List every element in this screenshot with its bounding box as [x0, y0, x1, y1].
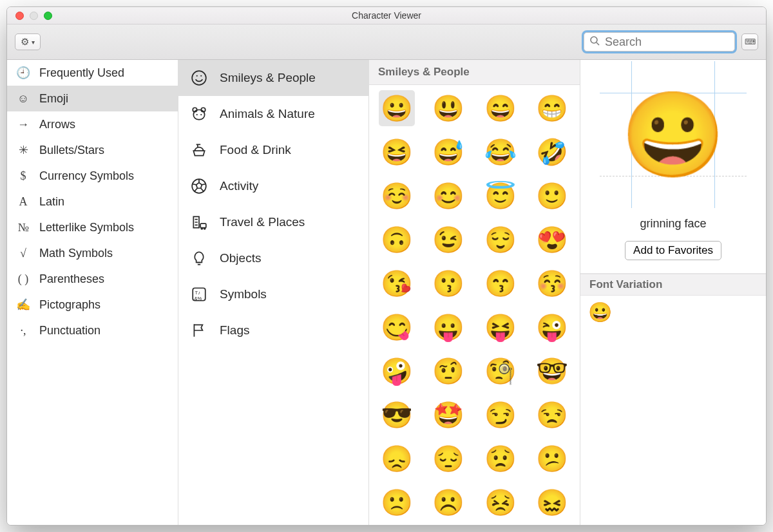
category-label: Parentheses	[39, 272, 104, 286]
character-cell[interactable]: 😎	[379, 397, 415, 433]
character-cell[interactable]: 🤣	[534, 134, 570, 170]
category-item[interactable]: №Letterlike Symbols	[7, 214, 178, 240]
character-cell[interactable]: 🤩	[430, 397, 466, 433]
subcategory-label: Objects	[220, 251, 261, 265]
category-item[interactable]: $Currency Symbols	[7, 163, 178, 189]
character-cell[interactable]: 😒	[534, 397, 570, 433]
gear-icon: ⚙	[21, 36, 29, 48]
category-item[interactable]: 🕘Frequently Used	[7, 60, 178, 86]
character-cell[interactable]: 😖	[534, 484, 570, 520]
character-cell[interactable]: 😇	[482, 178, 519, 214]
subcategory-item[interactable]: Smileys & People	[178, 60, 368, 96]
category-icon: √	[16, 247, 30, 260]
character-cell[interactable]: 🤪	[379, 353, 415, 389]
category-item[interactable]: ALatin	[7, 189, 178, 214]
character-cell[interactable]: 😉	[430, 222, 466, 258]
detail-panel: 😀 grinning face Add to Favorites Font Va…	[580, 60, 766, 525]
symbols-icon: T♪&%	[190, 286, 208, 303]
grid-header: Smileys & People	[369, 60, 580, 85]
keyboard-viewer-button[interactable]: ⌨	[741, 33, 758, 50]
character-cell[interactable]: 😙	[482, 265, 519, 301]
character-cell[interactable]: 😋	[379, 309, 415, 345]
character-cell[interactable]: 🙂	[534, 178, 570, 214]
settings-menu-button[interactable]: ⚙ ▾	[15, 33, 41, 50]
maximize-icon[interactable]	[44, 12, 52, 20]
character-cell[interactable]: 🤨	[430, 353, 466, 389]
character-cell[interactable]: 😌	[482, 222, 519, 258]
character-cell[interactable]: 😆	[379, 134, 415, 170]
subcategory-item[interactable]: Travel & Places	[178, 204, 368, 240]
chevron-down-icon: ▾	[32, 39, 35, 46]
character-viewer-window: Character Viewer ⚙ ▾ ⌨ 🕘Frequently Used☺…	[6, 6, 767, 526]
subcategory-item[interactable]: Animals & Nature	[178, 96, 368, 132]
character-cell[interactable]: 😃	[430, 90, 466, 126]
subcategory-label: Flags	[220, 323, 249, 337]
character-cell[interactable]: 😀	[379, 90, 415, 126]
subcategory-item[interactable]: Activity	[178, 168, 368, 204]
category-label: Emoji	[39, 92, 68, 106]
character-cell[interactable]: 🙁	[379, 484, 415, 520]
svg-point-9	[200, 114, 202, 115]
character-cell[interactable]: 😟	[482, 441, 519, 477]
character-cell[interactable]: 😚	[534, 265, 570, 301]
subcategory-item[interactable]: Flags	[178, 312, 368, 348]
character-cell[interactable]: 😏	[482, 397, 519, 433]
svg-text:T♪: T♪	[195, 290, 200, 296]
svg-text:&%: &%	[194, 296, 202, 301]
character-cell[interactable]: 😁	[534, 90, 570, 126]
character-cell[interactable]: 🤓	[534, 353, 570, 389]
search-field[interactable]	[584, 32, 735, 52]
search-input[interactable]	[604, 35, 729, 50]
subcategory-label: Activity	[220, 179, 258, 193]
character-cell[interactable]: 😣	[482, 484, 519, 520]
character-cell[interactable]: 🧐	[482, 353, 519, 389]
category-sidebar: 🕘Frequently Used☺Emoji→Arrows✳Bullets/St…	[7, 60, 178, 525]
category-icon: ( )	[16, 272, 30, 286]
character-cell[interactable]: ☺️	[379, 178, 415, 214]
character-cell[interactable]: 🙃	[379, 222, 415, 258]
toolbar: ⚙ ▾ ⌨	[7, 24, 766, 60]
food-icon	[190, 142, 208, 158]
category-icon: ✳	[16, 143, 30, 157]
category-label: Latin	[39, 195, 64, 209]
close-icon[interactable]	[15, 12, 24, 20]
category-item[interactable]: ✍Pictographs	[7, 292, 178, 318]
category-icon: №	[16, 221, 30, 234]
character-cell[interactable]: 😘	[379, 265, 415, 301]
character-cell[interactable]: 😄	[482, 90, 519, 126]
font-variation-header: Font Variation	[580, 274, 766, 296]
character-cell[interactable]: 😛	[430, 309, 466, 345]
character-cell[interactable]: 😕	[534, 441, 570, 477]
category-item[interactable]: √Math Symbols	[7, 240, 178, 266]
category-label: Frequently Used	[39, 66, 124, 80]
character-name: grinning face	[640, 217, 706, 231]
add-to-favorites-button[interactable]: Add to Favorites	[625, 241, 721, 260]
travel-icon	[190, 214, 208, 231]
svg-point-14	[201, 228, 202, 229]
svg-point-8	[196, 114, 198, 115]
category-item[interactable]: ∙,Punctuation	[7, 318, 178, 343]
character-cell[interactable]: 😗	[430, 265, 466, 301]
character-cell[interactable]: 😍	[534, 222, 570, 258]
character-cell[interactable]: 😞	[379, 441, 415, 477]
character-cell[interactable]: 😊	[430, 178, 466, 214]
character-cell[interactable]: 😂	[482, 134, 519, 170]
category-item[interactable]: ✳Bullets/Stars	[7, 137, 178, 163]
character-cell[interactable]: 😝	[482, 309, 519, 345]
character-cell[interactable]: 😜	[534, 309, 570, 345]
character-cell[interactable]: ☹️	[430, 484, 466, 520]
ball-icon	[190, 178, 208, 195]
subcategory-item[interactable]: Food & Drink	[178, 132, 368, 168]
font-variation-item[interactable]: 😀	[588, 301, 612, 323]
category-item[interactable]: →Arrows	[7, 111, 178, 137]
category-icon: 🕘	[16, 66, 30, 80]
preview-box: 😀	[611, 73, 735, 196]
character-cell[interactable]: 😅	[430, 134, 466, 170]
character-cell[interactable]: 😔	[430, 441, 466, 477]
category-item[interactable]: ( )Parentheses	[7, 266, 178, 292]
svg-rect-13	[200, 223, 206, 228]
category-item[interactable]: ☺Emoji	[7, 86, 178, 111]
subcategory-item[interactable]: Objects	[178, 240, 368, 276]
keyboard-icon: ⌨	[745, 37, 756, 46]
subcategory-item[interactable]: T♪&%Symbols	[178, 276, 368, 312]
